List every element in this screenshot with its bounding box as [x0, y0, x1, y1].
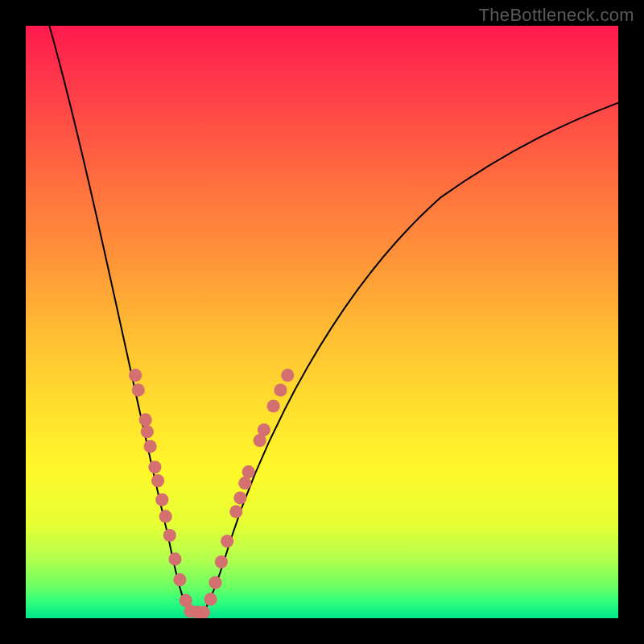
- marker-left: [129, 369, 142, 382]
- marker-left: [132, 384, 145, 397]
- marker-right: [233, 492, 246, 505]
- marker-left: [139, 413, 152, 426]
- marker-left: [155, 493, 168, 506]
- marker-left: [151, 474, 164, 487]
- marker-right: [258, 423, 270, 436]
- marker-left: [159, 510, 172, 522]
- marker-right: [229, 505, 242, 518]
- marker-left: [148, 460, 161, 473]
- marker-right: [208, 576, 221, 589]
- marker-right: [281, 369, 294, 382]
- marker-right: [204, 592, 217, 605]
- marker-right: [242, 465, 255, 478]
- chart-frame: TheBottleneck.com: [0, 0, 644, 644]
- plot-area: [26, 26, 618, 618]
- data-markers: [129, 369, 294, 618]
- marker-right: [221, 535, 233, 547]
- marker-left: [163, 529, 176, 542]
- marker-right: [274, 384, 287, 397]
- right-curve: [204, 103, 618, 613]
- marker-right: [215, 555, 228, 568]
- marker-right: [267, 399, 280, 412]
- marker-left: [173, 573, 186, 586]
- curve-layer: [26, 26, 618, 618]
- marker-left: [168, 552, 181, 565]
- left-curve: [49, 26, 203, 613]
- marker-right: [238, 477, 251, 489]
- marker-left: [144, 440, 157, 453]
- watermark-label: TheBottleneck.com: [479, 5, 634, 26]
- marker-left: [141, 425, 154, 438]
- marker-bottom: [197, 606, 210, 619]
